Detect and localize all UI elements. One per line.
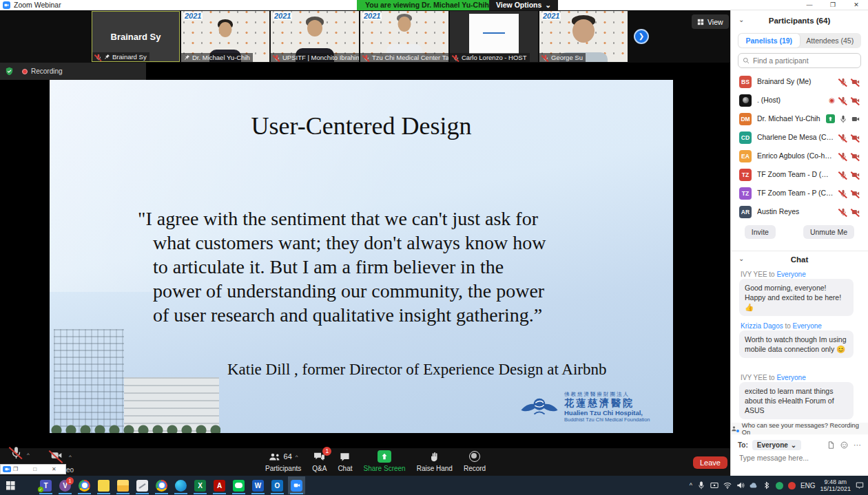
taskbar-icon-chrome-profile[interactable] [76, 476, 93, 494]
video-tile-dr-michael[interactable]: 2021 Dr. Michael Yu-Chih [181, 11, 269, 62]
video-thumbnail-strip: Brainard Sy Brainard Sy 2021 Dr. Michael… [0, 10, 730, 63]
restore-icon[interactable]: ❐ [13, 466, 18, 472]
participants-button[interactable]: 64 ^ Participants [265, 450, 301, 472]
pin-icon [184, 54, 190, 61]
video-tiles: Brainard Sy Brainard Sy 2021 Dr. Michael… [92, 11, 628, 62]
emoji-picker-icon[interactable] [840, 441, 848, 449]
taskbar-icon-teams[interactable]: T✓ [37, 476, 54, 494]
tab-panelists[interactable]: Panelists (19) [738, 34, 800, 48]
video-options-chevron[interactable]: ^ [69, 454, 72, 460]
teams-status-check: ✓ [38, 487, 43, 492]
unmute-button[interactable]: ^ [10, 446, 30, 459]
taskbar-icon-outlook[interactable]: O [269, 476, 286, 494]
participant-row[interactable]: . (Host) ◉ [731, 91, 868, 109]
record-button[interactable]: Record [464, 450, 486, 472]
next-videos-button[interactable]: ❯ [634, 29, 649, 44]
wifi-icon[interactable] [723, 481, 732, 489]
muted-mic-icon [453, 54, 459, 61]
participant-row[interactable]: TZ TF Zoom Team - P (Co-host) [731, 184, 868, 202]
start-button[interactable] [0, 476, 21, 495]
unmute-me-button[interactable]: Unmute Me [803, 225, 854, 239]
taskbar-icon-line[interactable] [230, 476, 247, 494]
start-video-button[interactable]: ^ [50, 450, 72, 461]
taskbar-icon-chrome[interactable] [153, 476, 170, 494]
attach-file-icon[interactable] [827, 441, 835, 449]
video-tile-carlo[interactable]: Carlo Lorenzo - HOST [450, 11, 538, 62]
more-options-icon[interactable]: ⋯ [854, 441, 861, 450]
invite-button[interactable]: Invite [745, 225, 776, 239]
video-label-fragment: eo [66, 466, 74, 474]
search-input[interactable] [753, 56, 856, 65]
close-icon[interactable]: ✕ [52, 466, 56, 472]
taskbar-icon-file-explorer[interactable] [114, 476, 132, 494]
zoom-app-icon [3, 1, 10, 9]
participant-row[interactable]: AR Austin Reyes [731, 202, 868, 221]
spotlight-icon: ◉ [829, 97, 835, 104]
taskbar-icon-zoom[interactable] [288, 476, 305, 494]
muted-mic-icon [95, 54, 102, 61]
mic-options-chevron[interactable]: ^ [27, 452, 30, 458]
zoom-webinar-window: Zoom Webinar You are viewing Dr. Michael… [0, 0, 868, 495]
tab-attendees[interactable]: Attendees (45) [800, 34, 861, 48]
onedrive-icon[interactable] [750, 481, 758, 489]
muted-mic-icon [363, 54, 370, 61]
window-title: Zoom Webinar [14, 0, 61, 10]
view-options-button[interactable]: View Options⌄ [489, 0, 558, 10]
participant-row[interactable]: TZ TF Zoom Team - D (Co-host) [731, 165, 868, 184]
muted-mic-icon [839, 189, 847, 198]
floating-mini-window[interactable]: ❐ □ ✕ [0, 464, 66, 474]
participant-row[interactable]: EA Enrico Agbulos (Co-host) [731, 147, 868, 165]
recording-tray-icon[interactable] [788, 482, 796, 489]
chat-button[interactable]: Chat [338, 450, 352, 472]
minimize-button[interactable]: — [798, 0, 821, 10]
toolbar-center-buttons: 64 ^ Participants 1 Q&A Chat Share Scree… [265, 450, 486, 472]
taskbar-icon-snipping-tool[interactable] [134, 476, 151, 494]
maximize-icon[interactable]: □ [33, 466, 37, 472]
taskbar-clock[interactable]: 9:48 am 15/11/2021 [820, 478, 851, 493]
maximize-button[interactable]: ❐ [821, 0, 845, 10]
video-tile-george-su[interactable]: 2021 George Su [539, 11, 628, 62]
participant-row[interactable]: CD Charlene De Mesa (Co-host) [731, 128, 868, 147]
taskbar-icon-viber[interactable]: V1 [56, 476, 74, 494]
qa-button[interactable]: 1 Q&A [312, 450, 327, 472]
language-indicator[interactable]: ENG [800, 482, 816, 489]
collapse-participants-chevron[interactable]: ⌄ [738, 16, 744, 23]
video-tile-tzu-chi[interactable]: 2021 Tzu Chi Medical Center Tai... [360, 11, 448, 62]
microphone-icon[interactable] [697, 481, 705, 489]
logo-cn-small: 佛教慈濟醫療財團法人 [564, 391, 650, 398]
taskbar-icon-sticky-notes[interactable] [95, 476, 112, 494]
muted-mic-icon [273, 54, 280, 61]
window-titlebar: Zoom Webinar You are viewing Dr. Michael… [0, 0, 868, 10]
camera-app-icon[interactable] [776, 482, 783, 489]
search-icon [743, 57, 750, 64]
participant-row[interactable]: BS Brainard Sy (Me) [731, 72, 868, 91]
taskbar-icon-excel[interactable]: X [192, 476, 209, 494]
volume-icon[interactable] [736, 481, 745, 489]
chat-privacy-notice[interactable]: Who can see your messages? Recording On [731, 423, 868, 434]
tray-chevron-icon[interactable]: ^ [690, 482, 692, 489]
raise-hand-button[interactable]: Raise Hand [417, 450, 453, 472]
participants-chevron[interactable]: ^ [296, 454, 298, 460]
bluetooth-icon[interactable] [763, 481, 771, 489]
tile-name-label: UPSITF | Monchito Ibrahim [271, 53, 359, 62]
muted-mic-icon [10, 446, 23, 459]
taskbar-icon-word[interactable]: W [249, 476, 267, 494]
video-tile-monchito[interactable]: 2021 UPSITF | Monchito Ibrahim [271, 11, 359, 62]
screen-cast-icon[interactable] [710, 481, 719, 489]
avatar-photo [739, 94, 752, 107]
share-screen-button[interactable]: Share Screen [364, 450, 406, 472]
close-button[interactable]: ✕ [845, 0, 868, 10]
participant-search[interactable] [738, 53, 861, 68]
view-layout-button[interactable]: View [692, 14, 729, 29]
chat-message-input[interactable] [739, 454, 861, 462]
taskbar-icon-edge[interactable] [172, 476, 189, 494]
notification-center-icon[interactable] [856, 481, 864, 489]
recipient-selector[interactable]: Everyone ⌄ [752, 440, 801, 450]
muted-mic-icon [839, 96, 847, 105]
video-tile-brainard-sy[interactable]: Brainard Sy Brainard Sy [92, 11, 180, 62]
collapse-chat-chevron[interactable]: ⌄ [738, 255, 744, 262]
participant-row[interactable]: DM Dr. Michael Yu-Chih [731, 109, 868, 128]
leave-button[interactable]: Leave [693, 456, 727, 469]
taskbar-icon-acrobat[interactable]: A [211, 476, 228, 494]
pin-icon [104, 54, 110, 60]
